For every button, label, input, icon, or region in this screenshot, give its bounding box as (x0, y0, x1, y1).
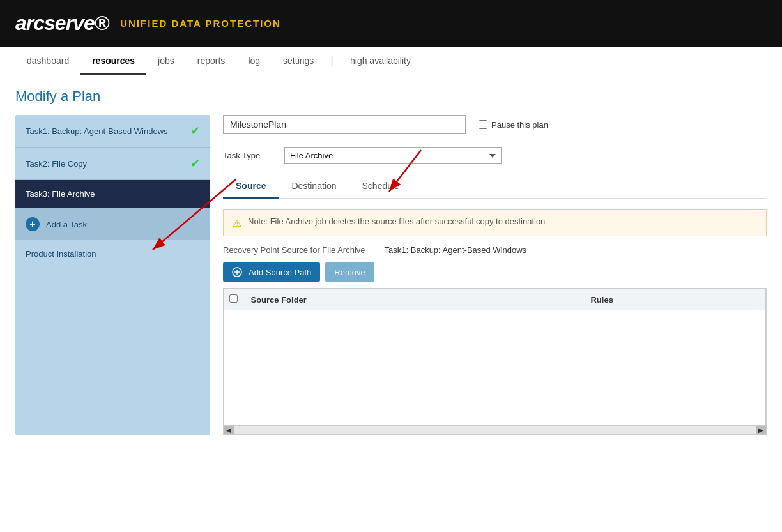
scroll-left-arrow[interactable]: ◀ (224, 426, 234, 435)
pause-checkbox[interactable] (479, 120, 487, 129)
nav-log[interactable]: log (236, 47, 272, 75)
add-task-plus-icon: + (26, 217, 40, 231)
scroll-right-arrow[interactable]: ▶ (756, 426, 766, 435)
right-panel: Pause this plan Task Type File Archive F… (210, 115, 767, 435)
page-title: Modify a Plan (15, 88, 767, 105)
nav-reports[interactable]: reports (186, 47, 237, 75)
task-type-label: Task Type (223, 151, 274, 160)
product-installation: Product Installation (15, 240, 210, 268)
recovery-row: Recovery Point Source for File Archive T… (223, 245, 767, 255)
note-text: Note: File Archive job deletes the sourc… (248, 217, 545, 226)
add-source-path-button[interactable]: Add Source Path (223, 262, 320, 282)
task2-check-icon: ✔ (190, 156, 200, 171)
nav-settings[interactable]: settings (272, 47, 325, 75)
select-all-header (224, 289, 243, 310)
nav-dashboard[interactable]: dashboard (15, 47, 80, 75)
recovery-label: Recovery Point Source for File Archive (223, 245, 365, 255)
task-type-row: Task Type File Archive File Copy Agent-B… (223, 147, 767, 164)
pause-label: Pause this plan (491, 120, 548, 130)
header-subtitle: UNIFIED DATA PROTECTION (120, 18, 281, 29)
warning-icon: ⚠ (233, 217, 241, 229)
source-table-wrapper: Source Folder Rules ◀ ▶ (223, 288, 767, 435)
nav-jobs[interactable]: jobs (146, 47, 186, 75)
sidebar: Task1: Backup: Agent-Based Windows ✔ Tas… (15, 115, 210, 435)
select-all-checkbox[interactable] (229, 294, 238, 303)
sidebar-task3[interactable]: Task3: File Archive (15, 180, 210, 208)
rules-header: Rules (583, 289, 765, 310)
sidebar-task1[interactable]: Task1: Backup: Agent-Based Windows ✔ (15, 115, 210, 148)
navigation: dashboard resources jobs reports log set… (0, 47, 782, 75)
plan-name-input[interactable] (223, 115, 466, 134)
empty-table-body (224, 310, 766, 425)
tab-schedule[interactable]: Schedule (349, 174, 412, 198)
remove-button[interactable]: Remove (325, 262, 374, 282)
buttons-row: Add Source Path Remove (223, 262, 767, 282)
tab-source[interactable]: Source (223, 174, 279, 199)
task-type-select[interactable]: File Archive File Copy Agent-Based Backu… (284, 147, 502, 164)
plan-header: Pause this plan (223, 115, 767, 134)
add-task-button[interactable]: + Add a Task (15, 208, 210, 240)
nav-resources[interactable]: resources (80, 47, 146, 75)
nav-divider: | (325, 54, 339, 68)
tabs: Source Destination Schedule (223, 174, 767, 199)
note-box: ⚠ Note: File Archive job deletes the sou… (223, 209, 767, 236)
header: arcserve® UNIFIED DATA PROTECTION (0, 0, 782, 47)
recovery-value: Task1: Backup: Agent-Based Windows (385, 245, 527, 255)
task1-check-icon: ✔ (190, 124, 200, 138)
logo: arcserve® (15, 11, 109, 35)
source-table: Source Folder Rules (224, 289, 766, 425)
sidebar-task2[interactable]: Task2: File Copy ✔ (15, 148, 210, 180)
source-folder-header: Source Folder (243, 289, 583, 310)
pause-container: Pause this plan (479, 120, 548, 130)
tab-destination[interactable]: Destination (279, 174, 349, 198)
horizontal-scrollbar[interactable]: ◀ ▶ (224, 425, 766, 434)
nav-high-availability[interactable]: high availability (339, 47, 422, 75)
